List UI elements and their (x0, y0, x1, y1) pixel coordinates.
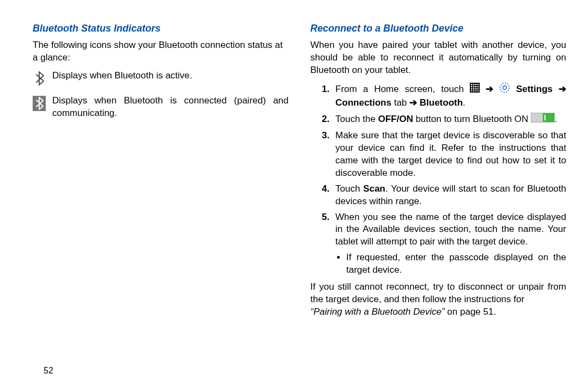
connections-tab-label: Connections (335, 97, 391, 108)
scan-label: Scan (363, 183, 385, 194)
step-1: From a Home screen, touch ➔ (332, 82, 566, 109)
outro-text: If you still cannot reconnect, try to di… (310, 281, 566, 304)
left-intro-text: The following icons show your Bluetooth … (33, 39, 289, 64)
svg-rect-22 (544, 115, 546, 120)
cross-ref: “Pairing with a Bluetooth Device” (310, 307, 445, 317)
outro-page: on page 51. (445, 307, 497, 317)
list-item: Displays when Bluetooth is active. (33, 70, 289, 86)
step-3: Make sure that the target device is disc… (332, 130, 566, 180)
svg-rect-9 (477, 86, 479, 88)
arrow-icon: ➔ (486, 84, 493, 94)
arrow-icon: ➔ (559, 84, 566, 94)
step-2: Touch the OFF/ON button to turn Bluetoot… (332, 113, 566, 126)
bluetooth-active-desc: Displays when Bluetooth is active. (52, 70, 289, 82)
bluetooth-connected-icon (33, 96, 46, 111)
svg-rect-2 (471, 84, 473, 85)
svg-rect-11 (473, 88, 475, 90)
step-5: When you see the name of the target devi… (332, 211, 566, 277)
step4-pre: Touch (335, 183, 363, 194)
svg-rect-5 (477, 84, 479, 85)
step5-text: When you see the name of the target devi… (335, 212, 566, 247)
icon-list: Displays when Bluetooth is active. Displ… (33, 70, 289, 120)
arrow-icon: ➔ (409, 97, 417, 108)
sub-bullets: If requested, enter the passcode display… (335, 252, 566, 277)
svg-rect-6 (471, 86, 473, 88)
left-column: Bluetooth Status Indicators The followin… (33, 22, 305, 392)
steps-list: From a Home screen, touch ➔ (310, 82, 566, 277)
heading-bluetooth-status-indicators: Bluetooth Status Indicators (33, 22, 289, 35)
svg-rect-13 (477, 88, 479, 90)
svg-rect-3 (473, 84, 475, 85)
list-item: Displays when Bluetooth is connected (pa… (33, 95, 289, 120)
svg-rect-14 (471, 90, 473, 91)
manual-page: Bluetooth Status Indicators The followin… (0, 0, 588, 392)
svg-rect-8 (475, 86, 477, 88)
page-number: 52 (44, 365, 53, 377)
svg-rect-17 (477, 90, 479, 91)
tab-word: tab (391, 97, 409, 108)
svg-rect-4 (475, 84, 477, 85)
apps-grid-icon (470, 83, 480, 96)
off-on-label: OFF/ON (378, 114, 413, 124)
sub-bullet-passcode: If requested, enter the passcode display… (346, 252, 566, 277)
toggle-on-icon (531, 113, 555, 126)
heading-reconnect-bluetooth: Reconnect to a Bluetooth Device (310, 22, 566, 35)
step1-prefix: From a Home screen, touch (335, 84, 470, 94)
svg-rect-10 (471, 88, 473, 90)
step2-pre: Touch the (335, 114, 378, 124)
bluetooth-connected-desc: Displays when Bluetooth is connected (pa… (52, 95, 289, 120)
step-4: Touch Scan. Your device will start to sc… (332, 183, 566, 208)
step2-post: button to turn Bluetooth ON (413, 114, 531, 124)
right-column: Reconnect to a Bluetooth Device When you… (305, 22, 566, 392)
bluetooth-active-icon (33, 71, 46, 86)
outro-paragraph: If you still cannot reconnect, try to di… (310, 281, 566, 318)
svg-rect-12 (475, 88, 477, 90)
svg-rect-7 (473, 86, 475, 88)
svg-rect-16 (475, 90, 477, 91)
bluetooth-label: Bluetooth (420, 97, 463, 108)
settings-gear-icon (499, 82, 510, 97)
svg-point-18 (500, 83, 509, 93)
right-intro-text: When you have paired your tablet with an… (310, 39, 566, 77)
svg-rect-15 (473, 90, 475, 91)
svg-point-19 (503, 86, 506, 90)
settings-label: Settings (516, 84, 553, 94)
